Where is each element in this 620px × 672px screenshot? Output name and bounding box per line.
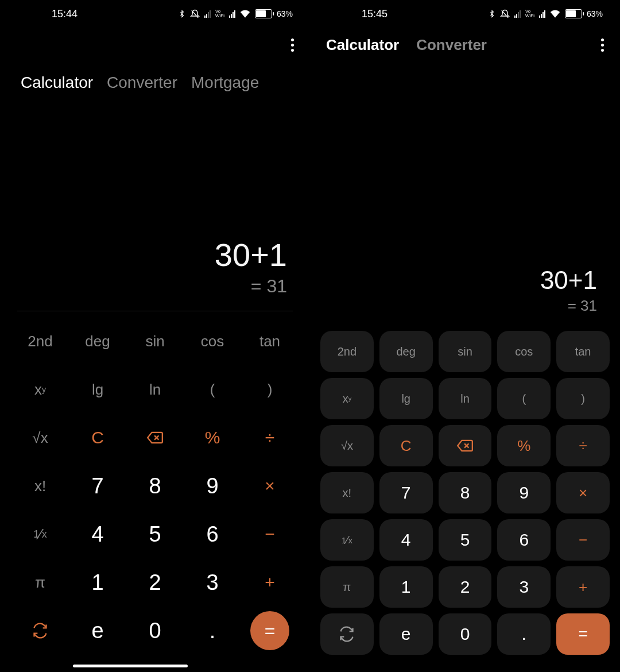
key-ln[interactable]: ln	[126, 365, 184, 414]
status-icons: VoWiFi 63%	[179, 9, 293, 19]
wifi-icon	[550, 10, 560, 18]
key-plus[interactable]: +	[241, 558, 299, 607]
status-time: 15:44	[52, 8, 78, 20]
mute-icon	[500, 9, 510, 19]
signal1-icon	[514, 10, 521, 18]
battery-pct: 63%	[587, 9, 603, 18]
status-bar: 15:45 VoWiFi 63%	[310, 0, 620, 28]
key-dot[interactable]: .	[184, 607, 241, 655]
key-clear[interactable]: C	[69, 414, 126, 462]
key-divide[interactable]: ÷	[241, 414, 299, 462]
key-6[interactable]: 6	[184, 510, 241, 558]
key-0[interactable]: 0	[126, 607, 184, 655]
key-2nd[interactable]: 2nd	[320, 331, 374, 372]
battery-pct: 63%	[277, 9, 293, 18]
tab-converter[interactable]: Converter	[416, 36, 487, 54]
key-factorial[interactable]: x!	[320, 472, 374, 513]
home-indicator[interactable]	[73, 665, 188, 667]
key-lg[interactable]: lg	[379, 378, 433, 419]
key-reciprocal[interactable]: 1⁄x	[320, 519, 374, 561]
vowifi-label: VoWiFi	[525, 9, 534, 18]
key-4[interactable]: 4	[69, 510, 126, 558]
key-e[interactable]: e	[69, 607, 126, 655]
key-deg[interactable]: deg	[379, 331, 433, 372]
key-factorial[interactable]: x!	[11, 462, 69, 510]
key-percent[interactable]: %	[184, 414, 241, 462]
key-plus[interactable]: +	[556, 566, 610, 608]
bluetooth-icon	[489, 9, 495, 18]
key-7[interactable]: 7	[69, 462, 126, 510]
key-7[interactable]: 7	[379, 472, 433, 513]
key-1[interactable]: 1	[379, 566, 433, 608]
key-2[interactable]: 2	[126, 558, 184, 607]
key-percent[interactable]: %	[497, 425, 551, 466]
key-equals[interactable]: =	[556, 613, 610, 655]
signal1-icon	[204, 10, 211, 18]
header-row	[0, 28, 310, 62]
key-multiply[interactable]: ×	[556, 472, 610, 513]
tab-calculator[interactable]: Calculator	[326, 36, 399, 54]
key-9[interactable]: 9	[497, 472, 551, 513]
key-4[interactable]: 4	[379, 519, 433, 561]
key-1[interactable]: 1	[69, 558, 126, 607]
key-cos[interactable]: cos	[497, 331, 551, 372]
key-cos[interactable]: cos	[184, 317, 241, 365]
key-2nd[interactable]: 2nd	[11, 317, 69, 365]
key-2[interactable]: 2	[439, 566, 492, 608]
key-tan[interactable]: tan	[241, 317, 299, 365]
key-sin[interactable]: sin	[126, 317, 184, 365]
key-backspace[interactable]	[439, 425, 492, 466]
key-5[interactable]: 5	[126, 510, 184, 558]
key-cycle[interactable]	[320, 613, 374, 655]
key-clear[interactable]: C	[379, 425, 433, 466]
tab-mortgage[interactable]: Mortgage	[191, 74, 259, 92]
key-deg[interactable]: deg	[69, 317, 126, 365]
vowifi-label: VoWiFi	[215, 9, 224, 18]
key-0[interactable]: 0	[439, 613, 492, 655]
key-lg[interactable]: lg	[69, 365, 126, 414]
key-e[interactable]: e	[379, 613, 433, 655]
status-icons: VoWiFi 63%	[489, 9, 603, 19]
key-multiply[interactable]: ×	[241, 462, 299, 510]
key-sin[interactable]: sin	[439, 331, 492, 372]
key-5[interactable]: 5	[439, 519, 492, 561]
key-dot[interactable]: .	[497, 613, 551, 655]
tab-calculator[interactable]: Calculator	[21, 74, 93, 92]
key-minus[interactable]: −	[241, 510, 299, 558]
tab-converter[interactable]: Converter	[107, 74, 177, 92]
key-reciprocal[interactable]: 1⁄x	[11, 510, 69, 558]
key-lparen[interactable]: (	[184, 365, 241, 414]
more-icon[interactable]	[291, 38, 294, 52]
key-3[interactable]: 3	[184, 558, 241, 607]
tabs: Calculator Converter Mortgage	[0, 62, 310, 92]
key-rparen[interactable]: )	[556, 378, 610, 419]
key-8[interactable]: 8	[126, 462, 184, 510]
key-lparen[interactable]: (	[497, 378, 551, 419]
phone-left: 15:44 VoWiFi 63% Calculator Converter Mo…	[0, 0, 310, 672]
key-9[interactable]: 9	[184, 462, 241, 510]
key-rparen[interactable]: )	[241, 365, 299, 414]
expression[interactable]: 30+1	[540, 266, 597, 295]
status-bar: 15:44 VoWiFi 63%	[0, 0, 310, 28]
key-divide[interactable]: ÷	[556, 425, 610, 466]
key-backspace[interactable]	[126, 414, 184, 462]
key-cycle[interactable]	[11, 607, 69, 655]
key-sqrt[interactable]: √x	[11, 414, 69, 462]
key-6[interactable]: 6	[497, 519, 551, 561]
key-8[interactable]: 8	[439, 472, 492, 513]
mute-icon	[190, 9, 200, 19]
key-equals[interactable]: =	[250, 611, 289, 650]
more-icon[interactable]	[601, 38, 604, 52]
expression[interactable]: 30+1	[215, 236, 287, 273]
key-pow[interactable]: xy	[11, 365, 69, 414]
key-sqrt[interactable]: √x	[320, 425, 374, 466]
key-pi[interactable]: π	[320, 566, 374, 608]
key-3[interactable]: 3	[497, 566, 551, 608]
signal2-icon	[229, 10, 235, 18]
key-pow[interactable]: xy	[320, 378, 374, 419]
key-pi[interactable]: π	[11, 558, 69, 607]
key-ln[interactable]: ln	[439, 378, 492, 419]
display: 30+1 = 31	[0, 92, 310, 305]
key-minus[interactable]: −	[556, 519, 610, 561]
key-tan[interactable]: tan	[556, 331, 610, 372]
